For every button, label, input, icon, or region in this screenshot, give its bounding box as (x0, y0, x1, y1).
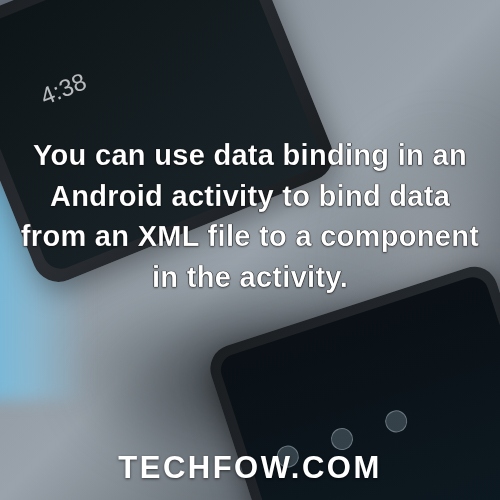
main-quote-text: You can use data binding in an Android a… (20, 135, 480, 297)
watermark-text: TECHFOW.COM (0, 450, 500, 486)
